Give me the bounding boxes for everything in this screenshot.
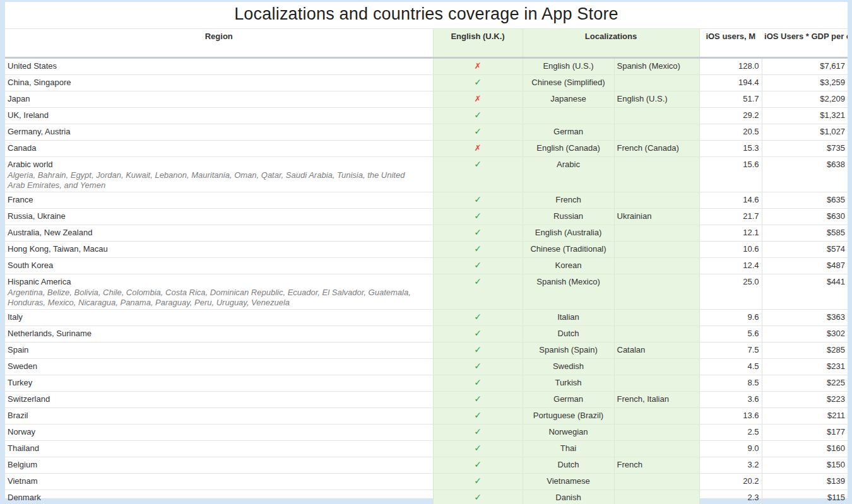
localization-secondary-cell: Catalan — [614, 343, 699, 359]
english-uk-coverage-cell: ✓ — [433, 225, 523, 242]
localization-primary-cell: Spanish (Spain) — [523, 343, 614, 359]
cross-icon: ✗ — [475, 61, 482, 71]
region-name: Spain — [8, 344, 430, 355]
gdp-value-cell: $302 — [762, 326, 848, 343]
region-cell: Canada — [5, 141, 433, 157]
english-uk-coverage-cell: ✓ — [433, 75, 523, 91]
ios-users-cell: 5.6 — [699, 326, 762, 343]
localization-primary-cell: Russian — [523, 209, 614, 225]
page-title: Localizations and countries coverage in … — [5, 2, 848, 28]
gdp-value-cell: $363 — [762, 310, 848, 326]
table-row: South Korea✓Korean12.4$487 — [5, 258, 848, 274]
english-uk-coverage-cell: ✓ — [433, 359, 523, 375]
gdp-value-cell: $3,259 — [762, 75, 848, 91]
localization-secondary-cell: Spanish (Mexico) — [614, 58, 699, 75]
localization-primary-cell: English (U.S.) — [523, 58, 614, 75]
region-name: Belgium — [8, 459, 430, 470]
table-body: United States✗English (U.S.)Spanish (Mex… — [5, 58, 848, 504]
table-row: Hispanic AmericaArgentina, Belize, Boliv… — [5, 274, 848, 310]
region-cell: Turkey — [5, 375, 433, 392]
english-uk-coverage-cell: ✓ — [433, 209, 523, 225]
ios-users-cell: 51.7 — [699, 91, 762, 108]
check-icon: ✓ — [474, 344, 482, 355]
region-cell: Japan — [5, 91, 433, 108]
english-uk-coverage-cell: ✓ — [433, 124, 523, 141]
region-cell: Switzerland — [5, 392, 433, 408]
gdp-value-cell: $285 — [762, 343, 848, 359]
localization-secondary-cell — [614, 375, 699, 392]
region-name: Vietnam — [8, 476, 430, 486]
localization-primary-cell: German — [523, 124, 614, 141]
english-uk-coverage-cell: ✓ — [433, 392, 523, 408]
region-name: Australia, New Zealand — [8, 227, 430, 238]
localization-primary-cell: Thai — [523, 441, 614, 457]
region-name: Brazil — [8, 410, 430, 421]
table-row: Japan✗JapaneseEnglish (U.S.)51.7$2,209 — [5, 91, 848, 108]
region-cell: Norway — [5, 425, 433, 441]
gdp-value-cell: $574 — [762, 242, 848, 258]
table-row: Vietnam✓Vietnamese20.2$139 — [5, 474, 848, 490]
region-cell: Germany, Austria — [5, 124, 433, 141]
gdp-value-cell: $487 — [762, 258, 848, 274]
localization-primary-cell: Spanish (Mexico) — [523, 274, 614, 310]
localization-primary-cell — [523, 108, 614, 124]
table-row: China, Singapore✓Chinese (Simplified)194… — [5, 75, 848, 91]
check-icon: ✓ — [474, 492, 482, 502]
region-cell: Thailand — [5, 441, 433, 457]
table-row: Germany, Austria✓German20.5$1,027 — [5, 124, 848, 141]
gdp-value-cell: $735 — [762, 141, 848, 157]
check-icon: ✓ — [474, 312, 482, 322]
table-row: Turkey✓Turkish8.5$225 — [5, 375, 848, 392]
localization-primary-cell: French — [523, 192, 614, 209]
coverage-table: Region English (U.K.) Localizations iOS … — [5, 28, 848, 504]
localization-secondary-cell: Ukrainian — [614, 209, 699, 225]
gdp-value-cell: $1,321 — [762, 108, 848, 124]
ios-users-cell: 10.6 — [699, 242, 762, 258]
gdp-value-cell: $177 — [762, 425, 848, 441]
check-icon: ✓ — [474, 227, 482, 237]
english-uk-coverage-cell: ✓ — [433, 375, 523, 392]
localization-secondary-cell — [614, 225, 699, 242]
localization-secondary-cell: French (Canada) — [614, 141, 699, 157]
region-cell: Belgium — [5, 457, 433, 474]
ios-users-cell: 12.1 — [699, 225, 762, 242]
column-header-localizations: Localizations — [523, 29, 699, 58]
localization-primary-cell: Portuguese (Brazil) — [523, 408, 614, 425]
check-icon: ✓ — [474, 394, 482, 404]
region-name: South Korea — [8, 260, 430, 271]
localization-secondary-cell — [614, 157, 699, 192]
region-cell: South Korea — [5, 258, 433, 274]
gdp-value-cell: $2,209 — [762, 91, 848, 108]
localization-primary-cell: Chinese (Simplified) — [523, 75, 614, 91]
english-uk-coverage-cell: ✓ — [433, 441, 523, 457]
ios-users-cell: 4.5 — [699, 359, 762, 375]
localization-secondary-cell: English (U.S.) — [614, 91, 699, 108]
region-name: Italy — [8, 312, 430, 322]
gdp-value-cell: $115 — [762, 490, 848, 504]
region-cell: United States — [5, 58, 433, 75]
column-header-english-uk: English (U.K.) — [433, 29, 523, 58]
ios-users-cell: 15.3 — [699, 141, 762, 157]
localization-secondary-cell — [614, 326, 699, 343]
region-cell: Denmark — [5, 490, 433, 504]
localization-secondary-cell — [614, 108, 699, 124]
region-cell: Vietnam — [5, 474, 433, 490]
table-row: Canada✗English (Canada)French (Canada)15… — [5, 141, 848, 157]
table-row: Belgium✓DutchFrench3.2$150 — [5, 457, 848, 474]
region-name: Japan — [8, 93, 430, 104]
region-name: UK, Ireland — [8, 110, 430, 120]
english-uk-coverage-cell: ✓ — [433, 326, 523, 343]
check-icon: ✓ — [474, 243, 482, 254]
localization-secondary-cell — [614, 75, 699, 91]
localization-secondary-cell: French, Italian — [614, 392, 699, 408]
localization-secondary-cell — [614, 490, 699, 504]
region-cell: Russia, Ukraine — [5, 209, 433, 225]
table-row: France✓French14.6$635 — [5, 192, 848, 209]
region-name: Sweden — [8, 361, 430, 372]
ios-users-cell: 2.3 — [699, 490, 762, 504]
english-uk-coverage-cell: ✓ — [433, 310, 523, 326]
table-row: Spain✓Spanish (Spain)Catalan7.5$285 — [5, 343, 848, 359]
localization-primary-cell: Korean — [523, 258, 614, 274]
cross-icon: ✗ — [475, 94, 482, 103]
localization-primary-cell: English (Australia) — [523, 225, 614, 242]
